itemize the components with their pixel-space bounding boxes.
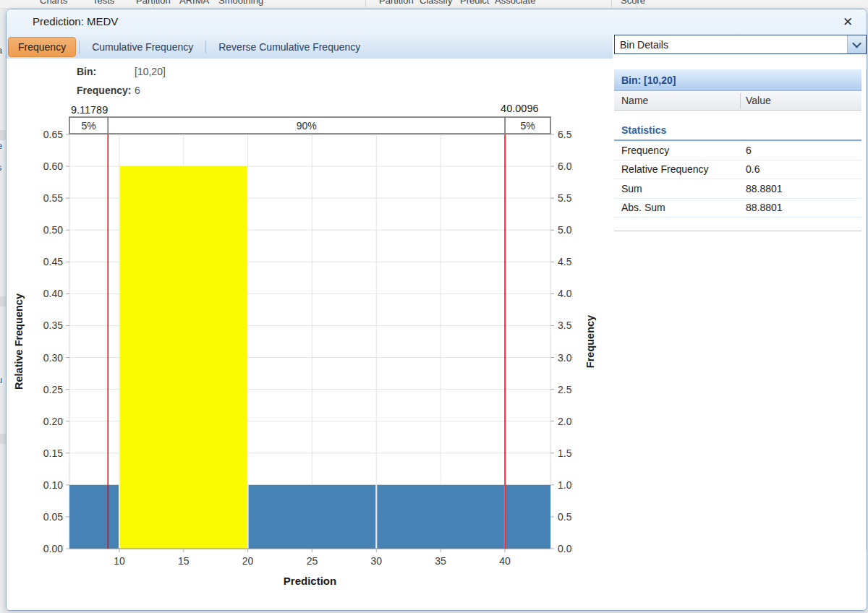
stat-value: 88.8801 <box>740 202 783 213</box>
svg-text:0.60: 0.60 <box>43 160 63 172</box>
bin-details-panel: Bin Details Bin: [10,20] Name Value Stat… <box>614 35 867 599</box>
svg-text:0.20: 0.20 <box>43 416 63 427</box>
svg-text:0.00: 0.00 <box>43 543 63 554</box>
svg-text:0.0: 0.0 <box>558 543 572 554</box>
column-value: Value <box>740 95 771 106</box>
ribbon-label-fragment: Smoothing <box>218 0 263 6</box>
svg-text:0.35: 0.35 <box>43 320 63 331</box>
percentile-band-segment: 5% <box>82 120 96 132</box>
svg-text:4.5: 4.5 <box>558 256 572 267</box>
svg-text:4.0: 4.0 <box>558 288 572 299</box>
svg-text:0.5: 0.5 <box>558 511 572 523</box>
taskpane-text-fragment: a <box>0 45 2 56</box>
histogram-bar-40-50[interactable] <box>506 485 550 549</box>
ribbon-divider <box>611 0 612 9</box>
table-row: Sum 88.8801 <box>614 179 861 199</box>
bin-details-table: Bin: [10,20] Name Value Statistics Frequ… <box>614 69 861 231</box>
ribbon-label-fragment: Charts <box>40 0 67 6</box>
svg-text:5.0: 5.0 <box>558 224 572 236</box>
right-axis-title: Frequency <box>584 315 596 368</box>
histogram-bar-0-10[interactable] <box>69 485 119 549</box>
statistics-section-header: Statistics <box>614 120 861 141</box>
taskpane-band-fragment <box>0 130 6 140</box>
tab-reverse-cumulative-frequency[interactable]: Reverse Cumulative Frequency <box>209 38 370 56</box>
svg-text:0.30: 0.30 <box>43 352 63 364</box>
frequency-histogram: 5%90%5%9.1178940.00960.000.00.050.50.101… <box>7 59 613 611</box>
svg-text:3.0: 3.0 <box>558 352 572 364</box>
svg-text:0.50: 0.50 <box>43 224 63 236</box>
ribbon-label-fragment: ARIMA <box>179 0 209 6</box>
svg-text:0.10: 0.10 <box>43 479 63 491</box>
ribbon-divider <box>637 0 637 9</box>
svg-text:15: 15 <box>178 555 190 567</box>
taskpane-band-fragment <box>0 434 6 444</box>
svg-text:35: 35 <box>435 555 446 567</box>
svg-text:10: 10 <box>114 555 125 567</box>
dialog-titlebar: Prediction: MEDV ✕ <box>7 9 867 35</box>
taskpane-band-fragment <box>0 296 6 306</box>
ribbon-label-fragment: Score <box>621 0 645 6</box>
svg-text:0.25: 0.25 <box>43 384 63 395</box>
svg-text:0.40: 0.40 <box>43 288 63 299</box>
ribbon-divider <box>365 0 366 9</box>
svg-text:2.0: 2.0 <box>558 416 572 427</box>
percentile-upper-value: 40.0096 <box>501 103 538 114</box>
svg-text:6.5: 6.5 <box>558 129 572 140</box>
stat-name: Relative Frequency <box>614 163 740 175</box>
svg-text:40: 40 <box>499 555 511 567</box>
stat-value: 88.8801 <box>740 183 783 194</box>
background-ribbon: ChartsTestsPartitionARIMASmoothingPartit… <box>0 0 868 9</box>
chevron-down-icon <box>852 39 861 48</box>
svg-text:2.5: 2.5 <box>558 384 572 395</box>
dropdown-button[interactable] <box>847 35 866 53</box>
svg-text:5.5: 5.5 <box>558 192 572 204</box>
table-row: Frequency 6 <box>614 141 861 160</box>
close-icon[interactable]: ✕ <box>839 14 856 31</box>
svg-text:0.05: 0.05 <box>43 511 63 523</box>
percentile-band-segment: 5% <box>520 120 535 132</box>
dialog-title: Prediction: MEDV <box>33 15 118 27</box>
x-axis-title: Prediction <box>284 575 336 587</box>
svg-text:0.65: 0.65 <box>43 129 63 140</box>
panel-mode-dropdown[interactable]: Bin Details <box>614 35 867 54</box>
bin-details-header-text: Bin: [10,20] <box>614 74 676 86</box>
panel-right-edge <box>866 69 867 550</box>
ribbon-label-fragment: Associate <box>495 0 535 6</box>
svg-text:0.55: 0.55 <box>43 192 63 204</box>
svg-text:0.45: 0.45 <box>43 256 63 267</box>
percentile-band-segment: 90% <box>297 120 317 132</box>
taskpane-text-fragment: e <box>0 140 2 151</box>
bin-details-header: Bin: [10,20] <box>614 69 861 91</box>
ribbon-label-fragment: Tests <box>93 0 114 6</box>
svg-text:20: 20 <box>242 555 254 567</box>
svg-text:25: 25 <box>307 555 318 567</box>
ribbon-divider <box>153 0 154 9</box>
table-tail <box>614 218 861 231</box>
chart-tabstrip: Frequency Cumulative Frequency Reverse C… <box>7 35 613 59</box>
histogram-bar-20-30[interactable] <box>249 485 376 549</box>
background-taskpane: faesut <box>0 9 6 613</box>
svg-text:6.0: 6.0 <box>558 160 572 172</box>
histogram-bar-10-20[interactable] <box>120 166 247 549</box>
svg-text:1.0: 1.0 <box>558 479 572 491</box>
histogram-bar-30-40[interactable] <box>377 485 504 549</box>
stat-name: Sum <box>614 183 740 194</box>
stat-value: 6 <box>740 145 752 156</box>
ribbon-label-fragment: Predict <box>460 0 489 6</box>
column-divider <box>740 93 741 108</box>
prediction-dialog: Prediction: MEDV ✕ Frequency Cumulative … <box>6 9 867 611</box>
tab-frequency[interactable]: Frequency <box>8 37 76 57</box>
ribbon-label-fragment: Classify <box>420 0 453 6</box>
table-row: Abs. Sum 88.8801 <box>614 199 861 218</box>
stat-value: 0.6 <box>740 163 760 175</box>
stat-name: Abs. Sum <box>614 202 740 213</box>
stat-name: Frequency <box>614 145 740 156</box>
taskpane-text-fragment: u <box>0 374 2 385</box>
svg-text:0.15: 0.15 <box>43 447 63 459</box>
tab-cumulative-frequency[interactable]: Cumulative Frequency <box>82 38 203 56</box>
chart-area: Bin:[10,20] Frequency:6 5%90%5%9.1178940… <box>7 59 613 611</box>
svg-text:1.5: 1.5 <box>558 447 572 459</box>
table-column-header: Name Value <box>614 91 861 111</box>
svg-text:30: 30 <box>370 555 382 567</box>
column-name: Name <box>614 95 740 106</box>
